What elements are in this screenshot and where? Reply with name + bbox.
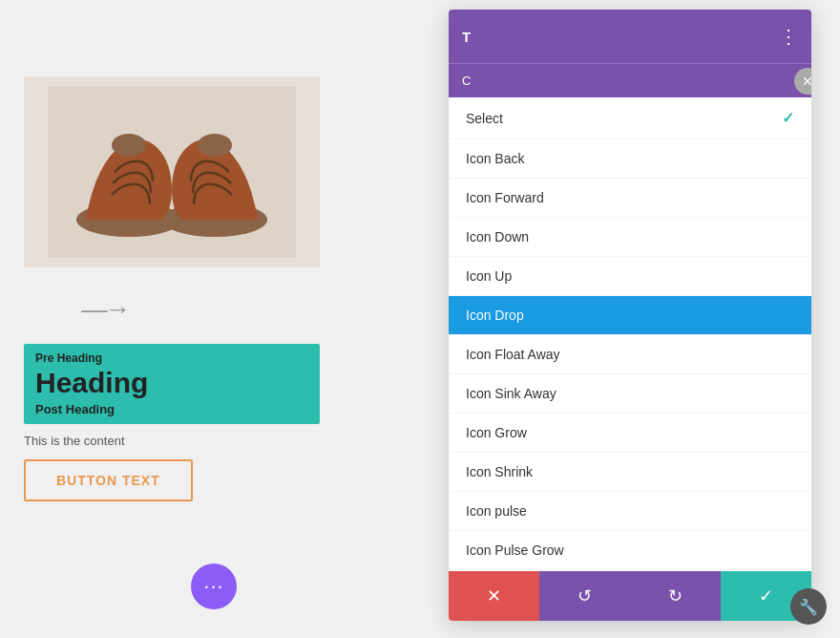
left-panel: —→ Pre Heading Heading Post Heading This… <box>0 0 420 638</box>
dropdown-item[interactable]: Icon Up <box>449 257 811 296</box>
svg-point-4 <box>198 134 232 157</box>
dropdown-item-label: Icon Shrink <box>466 464 533 479</box>
shoe-image <box>24 76 320 267</box>
panel-header: T ⋮ <box>449 10 811 63</box>
dropdown-item-label: Icon Up <box>466 268 512 284</box>
cta-button[interactable]: Button Text <box>24 459 193 501</box>
wrench-icon: 🔧 <box>799 598 818 616</box>
dropdown-item-label: Icon Drop <box>466 308 524 323</box>
dropdown-item-label: Icon pulse <box>466 503 527 519</box>
arrow-icon: —→ <box>81 294 127 325</box>
dropdown-item[interactable]: Icon Drop <box>449 296 811 335</box>
dropdown-item-label: Select <box>466 111 503 126</box>
dropdown-item[interactable]: Icon Sink Away <box>449 374 811 414</box>
button-wrapper: Button Text <box>24 459 401 501</box>
svg-point-2 <box>112 134 146 157</box>
dropdown-item[interactable]: Icon Pulse Grow <box>449 531 811 570</box>
dropdown-item-label: Icon Float Away <box>466 347 560 362</box>
wrench-fab[interactable]: 🔧 <box>790 588 827 625</box>
dropdown-item-label: Icon Back <box>466 151 524 166</box>
dropdown-item[interactable]: Icon Grow <box>449 414 811 453</box>
dropdown-item[interactable]: Icon Shrink <box>449 453 811 492</box>
dropdown-list: Select✓Icon BackIcon ForwardIcon DownIco… <box>449 97 811 571</box>
dropdown-item-label: Icon Down <box>466 229 529 245</box>
content-text: This is the content <box>24 434 401 448</box>
panel-header-menu[interactable]: ⋮ <box>779 25 798 48</box>
cancel-button[interactable]: ✕ <box>449 571 539 621</box>
heading-block: Pre Heading Heading Post Heading <box>24 344 320 424</box>
arrow-row: —→ <box>81 294 401 325</box>
fab-button[interactable]: ··· <box>191 564 237 609</box>
dropdown-item-label: Icon Forward <box>466 190 544 205</box>
fab-dots: ··· <box>203 574 223 599</box>
post-heading: Post Heading <box>35 402 308 416</box>
right-panel: T ⋮ C ✕ Select✓Icon BackIcon ForwardIcon… <box>449 10 811 621</box>
main-heading: Heading <box>35 367 308 398</box>
dropdown-item-label: Icon Grow <box>466 425 527 440</box>
svg-rect-0 <box>48 86 296 258</box>
dropdown-item[interactable]: Icon Float Away <box>449 335 811 374</box>
dropdown-item[interactable]: Icon Down <box>449 218 811 257</box>
redo-button[interactable]: ↻ <box>630 571 721 621</box>
dropdown-item-label: Icon Pulse Grow <box>466 542 564 558</box>
dropdown-item[interactable]: Icon Back <box>449 139 811 179</box>
check-icon: ✓ <box>782 109 794 127</box>
panel-subheader: C ✕ <box>449 63 811 97</box>
close-button[interactable]: ✕ <box>794 68 811 95</box>
dropdown-item[interactable]: Select✓ <box>449 97 811 139</box>
dropdown-item[interactable]: Icon pulse <box>449 492 811 531</box>
panel-header-title: T <box>462 29 779 45</box>
dropdown-item[interactable]: Icon Forward <box>449 179 811 218</box>
dropdown-item-label: Icon Sink Away <box>466 386 556 401</box>
pre-heading: Pre Heading <box>35 351 308 365</box>
panel-footer: ✕ ↺ ↻ ✓ <box>449 571 811 621</box>
panel-subheader-text: C <box>462 74 471 88</box>
undo-button[interactable]: ↺ <box>539 571 630 621</box>
